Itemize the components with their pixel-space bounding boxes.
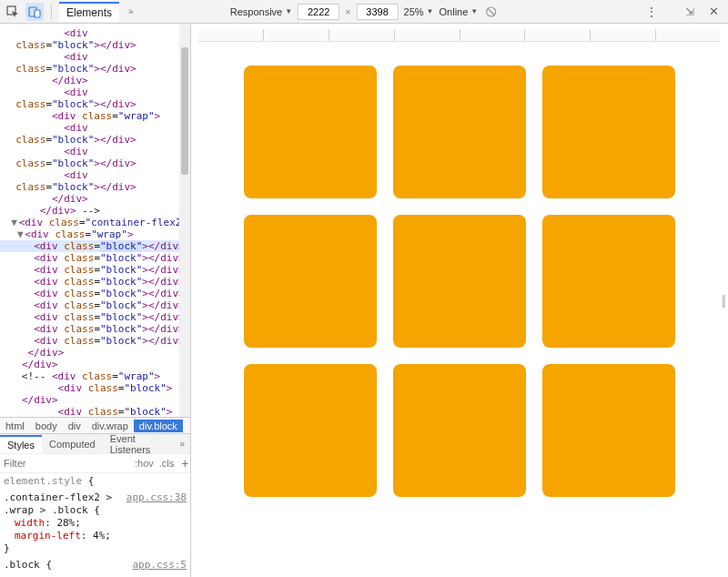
elements-panel: <div class="block"></div> <div class="bl… <box>0 24 191 577</box>
tab-elements[interactable]: Elements <box>59 2 119 22</box>
preview-block <box>244 66 377 198</box>
cls-toggle[interactable]: .cls <box>159 458 175 469</box>
preview-block <box>542 215 675 348</box>
preview-block <box>542 364 675 497</box>
dom-node[interactable]: </div> <box>0 75 190 86</box>
dom-node[interactable]: <!-- <div class="wrap"> <box>0 370 190 382</box>
dom-node[interactable]: class="block"></div> <box>0 63 190 75</box>
dom-node[interactable]: <div class="block"></div> <box>0 276 190 288</box>
viewport-width-input[interactable] <box>298 4 339 20</box>
device-toolbar-button[interactable] <box>25 3 44 21</box>
dom-node[interactable]: <div class="block"></div> <box>0 288 190 299</box>
styles-tab[interactable]: Styles <box>0 435 42 453</box>
dom-node[interactable]: </div> <box>0 394 190 406</box>
preview-block <box>393 364 526 497</box>
styles-tabs: StylesComputedEvent Listeners» <box>0 433 190 453</box>
resize-handle-icon[interactable]: || <box>722 293 724 308</box>
svg-rect-2 <box>35 10 40 17</box>
dom-node[interactable]: <div class="block"></div> <box>0 299 190 311</box>
device-more-menu[interactable]: ⋮ <box>645 5 658 19</box>
dom-node[interactable]: <div <box>0 169 190 181</box>
breadcrumb-item[interactable]: div <box>63 420 86 432</box>
dom-node[interactable]: class="block"></div> <box>0 134 190 146</box>
dom-node[interactable]: <div class="block"></div> <box>0 252 190 264</box>
svg-line-4 <box>487 8 494 15</box>
css-rule[interactable]: app.css:38.container-flex2 > .wrap > .bl… <box>4 491 187 555</box>
media-query-ruler[interactable] <box>198 29 721 42</box>
preview-block <box>542 66 675 198</box>
rotate-icon[interactable] <box>483 5 498 19</box>
dom-node[interactable]: </div> <box>0 347 190 359</box>
dom-node[interactable]: class="block"></div> <box>0 98 190 110</box>
dom-node[interactable]: class="block"></div> <box>0 181 190 193</box>
dom-node[interactable]: <div class="wrap"> <box>0 110 190 122</box>
rule-source-link[interactable]: app.css:5 <box>132 559 187 572</box>
preview-block <box>244 215 377 348</box>
inspect-element-button[interactable] <box>4 3 22 21</box>
dom-node[interactable]: <div class="block"></div> <box>0 323 190 335</box>
tabs-overflow-button[interactable]: » <box>123 6 139 16</box>
dom-node[interactable]: </div> --> <box>0 205 190 217</box>
breadcrumb-item[interactable]: html <box>0 420 30 432</box>
breadcrumb-item[interactable]: body <box>30 420 63 432</box>
dom-node[interactable]: <div class="block"></div> = <box>0 240 190 252</box>
dock-side-button[interactable]: ⇲ <box>682 5 698 18</box>
dom-node[interactable]: <div class="block"></div> <box>0 264 190 276</box>
rule-source-link[interactable]: app.css:38 <box>126 491 187 504</box>
preview-grid <box>244 66 675 497</box>
styles-filter-row: :hov .cls + ⋮ <box>0 453 190 473</box>
dom-node[interactable]: <div class="block"></div> <box>0 311 190 323</box>
dom-node[interactable]: </div> <box>0 359 190 370</box>
dom-node[interactable]: <div <box>0 51 190 63</box>
dom-tree[interactable]: <div class="block"></div> <div class="bl… <box>0 24 190 417</box>
close-devtools-button[interactable]: ✕ <box>703 5 724 18</box>
page-preview: || <box>191 24 728 577</box>
dom-node[interactable]: <div class="block"> <box>0 406 190 417</box>
styles-filter-input[interactable] <box>4 458 129 469</box>
styles-tab[interactable]: Computed <box>42 436 103 452</box>
dom-node[interactable]: <div class="block"> <box>0 382 190 394</box>
dom-node[interactable]: <div <box>0 122 190 134</box>
dom-node[interactable]: <div <box>0 146 190 157</box>
devtools-toolbar: Elements » Responsive▼ × 25%▼ Online▼ ⋮ … <box>0 0 728 24</box>
dom-node[interactable]: ▼<div class="wrap"> <box>0 228 190 240</box>
dom-node[interactable]: class="block"></div> <box>0 39 190 51</box>
device-mode-controls: Responsive▼ × 25%▼ Online▼ <box>230 4 499 20</box>
styles-tabs-overflow[interactable]: » <box>174 439 190 449</box>
hov-toggle[interactable]: :hov <box>135 458 154 469</box>
dom-node[interactable]: <div class="block"></div> <box>0 335 190 347</box>
preview-block <box>393 66 526 198</box>
dom-node[interactable]: ▼<div class="container-flex2"> <box>0 217 190 228</box>
device-select[interactable]: Responsive▼ <box>230 6 292 17</box>
dom-node[interactable]: class="block"></div> <box>0 157 190 169</box>
throttling-select[interactable]: Online▼ <box>440 6 479 17</box>
zoom-select[interactable]: 25%▼ <box>404 6 434 17</box>
viewport-height-input[interactable] <box>357 4 399 20</box>
styles-rules[interactable]: element.style {app.css:38.container-flex… <box>0 473 190 577</box>
dom-node[interactable]: </div> <box>0 193 190 205</box>
preview-block <box>244 364 377 497</box>
dom-scrollbar[interactable] <box>179 24 190 417</box>
dimension-separator: × <box>345 6 350 17</box>
preview-block <box>393 215 526 348</box>
new-style-rule-button[interactable]: + <box>179 456 190 471</box>
css-rule[interactable]: element.style { <box>4 475 187 488</box>
css-rule[interactable]: app.css:5.block { <box>4 559 187 572</box>
dom-node[interactable]: <div <box>0 27 190 39</box>
dom-node[interactable]: <div <box>0 86 190 98</box>
